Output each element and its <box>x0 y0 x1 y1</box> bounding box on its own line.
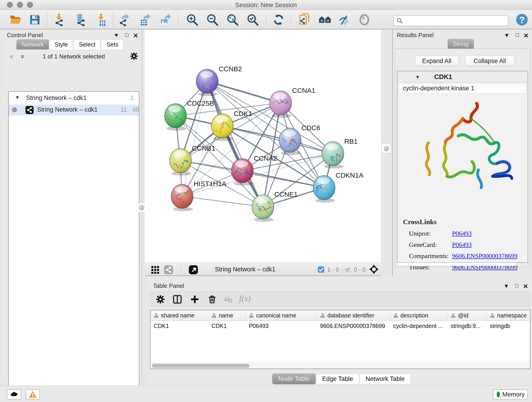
network-edge[interactable] <box>182 196 263 207</box>
open-in-window-icon[interactable] <box>188 265 198 275</box>
network-edge[interactable] <box>207 81 281 103</box>
network-collection-row[interactable]: ▼ String Network – cdk1 1 <box>9 94 139 104</box>
delete-column-icon[interactable] <box>207 294 217 304</box>
tab-network-table[interactable]: Network Table <box>360 374 411 384</box>
control-panel-collapse-icon[interactable]: ▼ <box>112 32 121 38</box>
zoom-in-icon[interactable] <box>185 13 199 27</box>
export-table-icon[interactable] <box>138 13 152 27</box>
delete-table-icon[interactable] <box>223 294 233 304</box>
crosslinks-section: CrossLinks Uniprot: P06493 GeneCard: P06… <box>399 218 526 286</box>
column-header-description[interactable]: description <box>390 310 447 321</box>
network-share-gray-icon[interactable] <box>164 265 174 275</box>
hidden-eye-slash-icon[interactable] <box>344 266 352 274</box>
network-graph[interactable]: CCNB2CCNA1CDC25BCDK1CDC6RB1CCNB1CCNA2CDK… <box>145 30 381 263</box>
network-options-gear-icon[interactable] <box>130 52 138 61</box>
tab-sets[interactable]: Sets <box>101 39 123 50</box>
warnings-button[interactable] <box>26 389 40 400</box>
tab-string[interactable]: String <box>448 39 474 49</box>
column-header-canonical-name[interactable]: canonical name <box>246 310 317 321</box>
crosslink-genecard-link[interactable]: P06493 <box>452 241 472 249</box>
function-builder-icon[interactable]: f(x) <box>239 294 251 303</box>
network-edge[interactable] <box>207 81 263 207</box>
column-header-name[interactable]: name <box>208 310 246 321</box>
search-input[interactable] <box>405 17 504 24</box>
column-header-namespace[interactable]: namespace <box>487 310 530 321</box>
network-row-selected[interactable]: String Network – cdk1 11 48 <box>9 104 139 115</box>
table-row[interactable]: CDK1CDK1P064939606.ENSP00000378699cyclin… <box>151 321 530 331</box>
zoom-out-icon[interactable] <box>205 13 219 27</box>
tab-node-table[interactable]: Node Table <box>272 374 316 384</box>
network-canvas[interactable]: CCNB2CCNA1CDC25BCDK1CDC6RB1CCNB1CCNA2CDK… <box>145 30 381 263</box>
hide-glass-icon[interactable] <box>337 13 351 27</box>
import-network-file-icon[interactable] <box>52 13 66 27</box>
import-table-icon[interactable] <box>94 13 108 27</box>
results-panel-collapse-icon[interactable]: ▼ <box>502 32 511 38</box>
results-panel-float-icon[interactable]: □ <box>513 32 522 38</box>
open-session-icon[interactable] <box>9 13 22 27</box>
export-network-icon[interactable] <box>117 13 131 27</box>
expand-all-button[interactable]: Expand All <box>415 56 458 66</box>
string-import-icon[interactable] <box>298 13 312 27</box>
network-node-CCNB2[interactable]: CCNB2 <box>196 65 242 102</box>
column-header-shared-name[interactable]: shared name <box>151 310 208 321</box>
right-splitter-handle[interactable] <box>382 144 391 153</box>
table-hscrollbar[interactable] <box>151 363 530 369</box>
add-column-icon[interactable] <box>190 294 200 304</box>
memory-button[interactable]: Memory <box>493 389 528 400</box>
refresh-icon[interactable] <box>272 13 285 27</box>
zoom-selected-icon[interactable] <box>246 13 259 27</box>
network-node-HIST1H1A[interactable]: HIST1H1A <box>171 180 226 211</box>
search-field[interactable] <box>393 15 508 26</box>
help-button[interactable]: ? <box>515 13 529 27</box>
network-node-CCNE1[interactable]: CCNE1 <box>252 191 298 222</box>
table-panel-float-icon[interactable]: □ <box>512 282 521 289</box>
table-cell[interactable]: cyclin-dependent ... <box>390 321 447 331</box>
gene-collapse-icon[interactable]: ▼ <box>415 75 420 80</box>
control-panel-float-icon[interactable]: □ <box>122 32 132 38</box>
results-hscrollbar[interactable] <box>397 263 516 266</box>
table-cell[interactable]: CDK1 <box>151 321 208 331</box>
column-header-database-identifier[interactable]: database identifier <box>317 310 390 321</box>
cloud-status-button[interactable] <box>7 389 21 400</box>
table-gear-icon[interactable] <box>155 294 165 304</box>
column-header--id[interactable]: @id <box>447 310 487 321</box>
control-panel-close-icon[interactable]: × <box>131 32 140 38</box>
crosslink-uniprot-link[interactable]: P06493 <box>452 230 472 237</box>
selected-count-checkbox-icon[interactable] <box>317 266 325 274</box>
gene-card-header[interactable]: ▼ CDK1 <box>398 71 528 82</box>
zoom-fit-icon[interactable] <box>225 13 239 27</box>
network-collection-count: 1 <box>130 95 134 102</box>
export-image-icon[interactable] <box>158 13 172 27</box>
table-cell[interactable]: stringdb <box>487 321 530 331</box>
table-cell[interactable]: CDK1 <box>208 321 246 331</box>
node-label: CCNB1 <box>192 144 215 152</box>
table-hscroll-thumb[interactable] <box>152 364 249 368</box>
network-node-CDKN1A[interactable]: CDKN1A <box>313 172 364 203</box>
network-node-CCNB1[interactable]: CCNB1 <box>170 144 215 182</box>
network-node-CDC25B[interactable]: CDC25B <box>160 99 214 131</box>
show-columns-icon[interactable] <box>172 294 182 304</box>
show-glass-icon[interactable] <box>357 13 371 27</box>
tab-edge-table[interactable]: Edge Table <box>316 374 359 384</box>
save-session-icon[interactable] <box>28 13 42 27</box>
network-node-RB1[interactable]: RB1 <box>322 138 358 169</box>
table-panel-close-icon[interactable]: × <box>521 283 530 289</box>
tree-expand-icon[interactable]: ▼ <box>15 95 20 100</box>
tab-style[interactable]: Style <box>49 39 73 50</box>
table-cell[interactable]: P06493 <box>246 321 317 331</box>
tab-select[interactable]: Select <box>74 39 101 50</box>
tab-network[interactable]: Network <box>17 39 49 50</box>
fit-crosshair-icon[interactable] <box>369 264 379 274</box>
node-label: CDK1 <box>234 110 252 117</box>
collapse-all-button[interactable]: Collapse All <box>465 56 514 66</box>
table-cell[interactable]: stringdb:9... <box>447 321 487 331</box>
birdseye-grid-icon[interactable] <box>150 265 160 275</box>
string-home-icon[interactable] <box>318 13 332 27</box>
results-panel-close-icon[interactable]: × <box>521 32 531 38</box>
network-edge[interactable] <box>242 171 324 188</box>
network-node-CDC6[interactable]: CDC6 <box>272 124 320 155</box>
import-network-database-icon[interactable] <box>73 13 87 27</box>
crosslink-compartments-link[interactable]: 9606.ENSP00000378699 <box>452 252 517 260</box>
table-cell[interactable]: 9606.ENSP00000378699 <box>317 321 390 331</box>
table-panel-collapse-icon[interactable]: ▼ <box>502 283 511 289</box>
